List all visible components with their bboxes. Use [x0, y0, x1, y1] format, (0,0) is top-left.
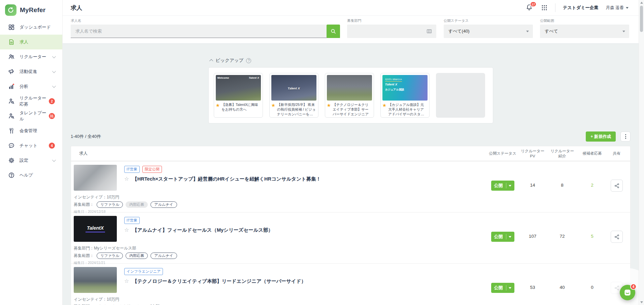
- image-overlay-text: Talent X: [249, 76, 259, 79]
- edited-date: 編集日：2024/12/18: [74, 209, 487, 214]
- scope-pill: アルムナイ: [150, 201, 177, 208]
- scroll-down-arrow[interactable]: [640, 301, 643, 303]
- create-job-button[interactable]: + 新規作成: [586, 131, 616, 142]
- pickup-card[interactable]: 元大手人材会社CA Talent X カジュアル面談 ★ 【カジュアル面談】元大…: [380, 73, 430, 118]
- range-select[interactable]: すべて: [540, 25, 629, 38]
- sidebar-item-talent-pool[interactable]: タレントプール 31: [0, 109, 62, 123]
- star-icon: ★: [327, 103, 331, 117]
- scope-pill: 内部応募: [126, 253, 148, 259]
- scope-pill: アルムナイ: [150, 253, 177, 259]
- sidebar-item-dinner-management[interactable]: 会食管理: [0, 123, 62, 138]
- notifications-button[interactable]: 17: [526, 4, 534, 12]
- pickup-card[interactable]: Talent X ★ 【新卒採用/25卒】 将来の執行役員候補 / ビジョナリー…: [269, 73, 318, 118]
- star-icon: ★: [216, 103, 220, 117]
- department-picker[interactable]: [347, 25, 436, 38]
- status-label: 公開ステータス: [444, 18, 533, 23]
- app-launcher-icon[interactable]: [541, 4, 548, 11]
- job-row-main[interactable]: TalentX IT営業 ☆ 【アルムナイ】フィールドセールス（Myシリーズセー…: [74, 216, 487, 263]
- favorite-star-icon[interactable]: ☆: [124, 227, 129, 233]
- sidebar-item-label: 会食管理: [20, 128, 37, 134]
- scrollbar[interactable]: [639, 0, 644, 305]
- bar-chart-icon: [8, 83, 15, 90]
- sidebar-item-recruiters[interactable]: リクルーター: [0, 49, 62, 64]
- sidebar-item-help[interactable]: ヘルプ: [0, 168, 62, 183]
- job-category-tag: インフラエンジニア: [124, 268, 163, 275]
- publish-status-button[interactable]: 公開: [491, 181, 514, 191]
- company-name: テストダミー企業: [563, 5, 599, 11]
- share-button[interactable]: [611, 231, 623, 243]
- jobs-table: 求人 公開ステータス リクルーターPV リクルーター紹介 候補者応募 共有 IT…: [71, 146, 631, 305]
- job-title[interactable]: 【テクノロジー＆クリエイティブ本部】リードエンジニア（サーバーサイド）: [132, 278, 306, 284]
- notification-badge: 2: [49, 98, 55, 104]
- department-text: 募集部門：テクノロジー＆クリエイティブ本部: [74, 304, 487, 305]
- candidate-apply-value: 0: [591, 283, 594, 290]
- incentive-text: インセンティブ：10万円: [74, 297, 487, 302]
- pickup-card-placeholder: [436, 73, 485, 118]
- result-count: 1-40件 / 全40件: [71, 134, 101, 140]
- pickup-panel: Welcome Talent X ★ 【急募】TalentXに興味をお持ちの方へ…: [208, 67, 493, 123]
- sidebar-item-label: チャット: [20, 143, 37, 149]
- status-select-value: すべて(40): [448, 28, 470, 34]
- favorite-star-icon[interactable]: ☆: [124, 176, 129, 182]
- favorite-star-icon[interactable]: ☆: [124, 278, 129, 284]
- job-row-main[interactable]: インフラエンジニア ☆ 【テクノロジー＆クリエイティブ本部】リードエンジニア（サ…: [74, 267, 487, 305]
- columns-icon: [426, 28, 432, 34]
- job-title[interactable]: 【HRTech×スタートアップ】経営層のHRイシューを紐解くHRコンサルタント募…: [132, 176, 321, 182]
- scroll-up-arrow[interactable]: [640, 2, 643, 4]
- search-button[interactable]: [327, 25, 340, 38]
- scope-pill: リファラル: [97, 201, 123, 208]
- notification-count-badge: 17: [530, 1, 537, 7]
- range-label: 公開範囲: [540, 18, 629, 23]
- job-row-main[interactable]: IT営業 限定公開 ☆ 【HRTech×スタートアップ】経営層のHRイシューを紐…: [74, 165, 487, 212]
- visibility-tag: 限定公開: [142, 166, 162, 173]
- candidate-apply-value[interactable]: 5: [591, 232, 594, 239]
- filter-department: 募集部門: [347, 18, 436, 38]
- sidebar-item-label: タレントプール: [20, 110, 49, 122]
- table-header: 求人 公開ステータス リクルーターPV リクルーター紹介 候補者応募 共有: [71, 146, 630, 161]
- sidebar-item-label: 分析: [20, 83, 28, 89]
- sidebar-item-label: 活動促進: [20, 69, 37, 75]
- range-select-value: すべて: [545, 28, 558, 34]
- header-job: 求人: [74, 151, 487, 156]
- sidebar-item-recruiter-applications[interactable]: リクルーター応募 2: [0, 94, 62, 109]
- job-name-search-input[interactable]: [71, 25, 340, 38]
- star-icon: ★: [271, 103, 276, 117]
- share-button[interactable]: [611, 180, 623, 192]
- user-menu[interactable]: 月森 遥香: [606, 5, 629, 11]
- sidebar-item-analytics[interactable]: 分析: [0, 79, 62, 94]
- image-overlay-text: Talent X: [271, 86, 316, 90]
- filter-job-name: 求人名: [71, 18, 340, 38]
- thumbnail-logo-text: TalentX: [86, 225, 105, 232]
- status-select[interactable]: すべて(40): [444, 25, 533, 38]
- sidebar-item-chat[interactable]: チャット 4: [0, 138, 62, 153]
- table-row: TalentX IT営業 ☆ 【アルムナイ】フィールドセールス（Myシリーズセー…: [71, 212, 630, 263]
- sidebar-item-label: リクルーター応募: [20, 95, 49, 107]
- help-icon[interactable]: ?: [246, 58, 251, 63]
- pickup-card[interactable]: ★ 【テクノロジー＆クリエイティブ本部】サーバーサイドエンジニア: [325, 73, 374, 118]
- sidebar-item-dashboard[interactable]: ダッシュボード: [0, 20, 62, 35]
- sidebar-item-label: ダッシュボード: [20, 24, 51, 30]
- chat-launcher-button[interactable]: 4: [620, 285, 635, 300]
- list-toolbar: 1-40件 / 全40件 + 新規作成: [71, 131, 631, 142]
- candidate-apply-value[interactable]: 2: [591, 181, 594, 188]
- sidebar-item-promotion[interactable]: 活動促進: [0, 64, 62, 79]
- pickup-collapse-toggle[interactable]: ピックアップ ?: [208, 57, 493, 64]
- person-search-icon: [8, 113, 15, 119]
- publish-status-button[interactable]: 公開: [491, 283, 514, 293]
- app-logo[interactable]: MyRefer: [0, 0, 62, 20]
- pickup-section: ピックアップ ? Welcome Talent X ★ 【急募】TalentXに…: [208, 57, 493, 123]
- job-title[interactable]: 【アルムナイ】フィールドセールス（Myシリーズセールス部）: [132, 227, 273, 233]
- pickup-card-caption: 【テクノロジー＆クリエイティブ本部】サーバーサイドエンジニア: [333, 103, 372, 117]
- utensils-icon: [8, 127, 15, 134]
- scrollbar-thumb[interactable]: [640, 6, 643, 32]
- search-icon: [330, 28, 336, 34]
- pickup-card-caption: 【カジュアル面談】元大手人材会社キャリアアドバイザーのスタートアップ人…: [388, 103, 427, 117]
- page-title: 求人: [71, 4, 82, 12]
- caret-down-icon: [509, 185, 511, 187]
- pickup-card[interactable]: Welcome Talent X ★ 【急募】TalentXに興味をお持ちの方へ: [214, 73, 263, 118]
- more-options-button[interactable]: [620, 131, 631, 142]
- sidebar-item-settings[interactable]: 設定: [0, 153, 62, 168]
- sidebar-item-jobs[interactable]: 求人: [0, 35, 62, 49]
- user-name: 月森 遥香: [606, 5, 624, 11]
- publish-status-button[interactable]: 公開: [491, 232, 514, 242]
